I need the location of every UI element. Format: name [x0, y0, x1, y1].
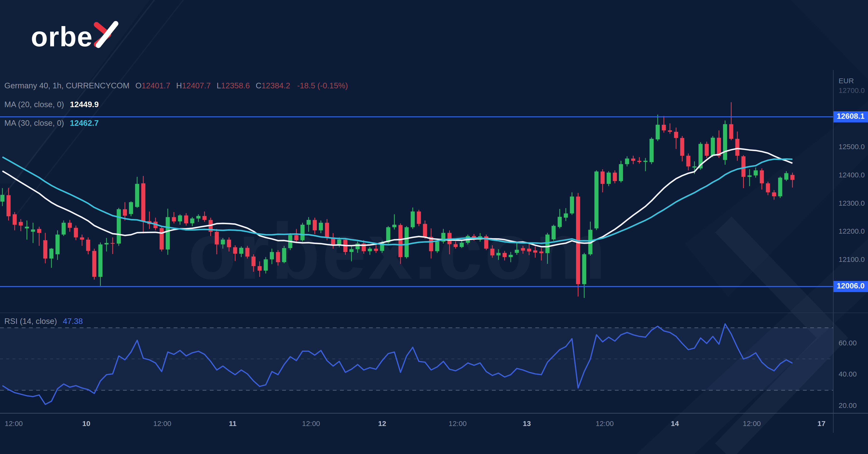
time-label: 12:00	[153, 420, 171, 427]
time-label-day: 10	[82, 420, 90, 427]
time-label: 12:00	[5, 420, 23, 427]
price-pane[interactable]	[0, 38, 833, 313]
currency-label: EUR	[839, 77, 854, 85]
support-price-text: 12006.0	[837, 281, 865, 290]
price-tick: 12400.0	[839, 171, 865, 179]
rsi-pane[interactable]	[0, 313, 833, 413]
resistance-price-label[interactable]: 12608.1	[834, 111, 868, 122]
resistance-price-text: 12608.1	[837, 112, 865, 120]
price-tick: 12100.0	[839, 255, 865, 263]
time-label: 12:00	[448, 420, 467, 427]
time-label-day: 14	[671, 420, 679, 427]
rsi-tick: 20.00	[839, 401, 857, 409]
time-label: 12:00	[595, 420, 614, 427]
price-tick: 12300.0	[839, 199, 865, 207]
rsi-tick: 60.00	[839, 339, 857, 347]
support-price-label[interactable]: 12006.0	[834, 281, 868, 292]
orbex-chart-page: orbex.com EUR 12700.0 12600.0 12500.0 12…	[0, 0, 868, 454]
time-label: 12:00	[743, 420, 761, 427]
rsi-tick: 40.00	[839, 370, 857, 378]
price-tick: 12500.0	[839, 143, 865, 151]
price-tick: 12200.0	[839, 227, 865, 235]
trading-chart: orbex.com EUR 12700.0 12600.0 12500.0 12…	[0, 0, 868, 454]
time-label-day: 17	[817, 420, 825, 427]
time-label-day: 12	[378, 420, 386, 427]
time-label-day: 11	[229, 420, 237, 427]
time-label: 12:00	[302, 420, 320, 427]
time-label-day: 13	[523, 420, 531, 427]
price-tick: 12700.0	[839, 86, 865, 94]
